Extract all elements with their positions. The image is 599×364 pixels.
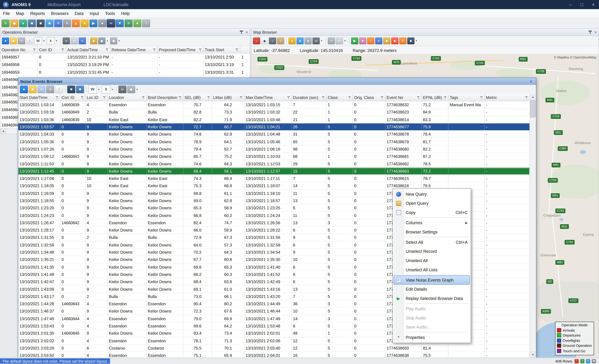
edit-export-icon[interactable]: / xyxy=(26,37,33,44)
context-menu-item-edit-details[interactable]: Edit Details xyxy=(394,284,470,294)
measure-icon[interactable]: / xyxy=(277,37,284,44)
chart-icon[interactable]: ≡ xyxy=(375,37,382,44)
home-icon[interactable]: ⌂ xyxy=(253,37,260,44)
data-browser-icon[interactable]: ≡ xyxy=(1,19,10,27)
clipboard-icon[interactable]: ■ xyxy=(383,37,390,44)
filter-icon[interactable] xyxy=(380,96,384,99)
image-night-icon[interactable]: ■ xyxy=(37,19,45,27)
filter-icon[interactable] xyxy=(443,96,447,99)
column-header-event-no[interactable]: Event No xyxy=(385,94,422,101)
filter-icon[interactable] xyxy=(287,96,290,99)
map-find-icon[interactable]: ∞ xyxy=(312,37,320,44)
status-blue-icon[interactable]: ≡ xyxy=(586,359,590,363)
column-header-sel-db[interactable]: SEL (dB) xyxy=(183,94,212,101)
close-window-icon[interactable]: × xyxy=(528,79,534,83)
scroll-left-button[interactable]: ◀ xyxy=(0,128,6,133)
report-icon[interactable]: ≡ xyxy=(63,19,71,27)
print-preview-dropdown-icon[interactable]: ▼ xyxy=(344,40,346,42)
column-header-actual-date-time[interactable]: Actual Date/Time xyxy=(66,46,110,53)
filter-icon[interactable] xyxy=(55,96,59,99)
monitor-dropdown-icon[interactable]: ▼ xyxy=(415,40,417,42)
filter-icon[interactable] xyxy=(480,96,483,99)
filter-icon[interactable] xyxy=(81,96,84,99)
menu-help[interactable]: Help xyxy=(118,10,133,17)
excel-export-icon[interactable]: X xyxy=(102,85,111,94)
map-image-night-icon[interactable]: ■ xyxy=(67,86,75,93)
close-button[interactable]: × xyxy=(588,0,599,9)
table-row[interactable]: 13/10/2021 1:17:06010Keilor EastKeilor E… xyxy=(18,175,530,182)
word-export-dropdown-icon[interactable]: ▼ xyxy=(43,40,45,42)
open-query-icon[interactable]: ■ xyxy=(29,86,37,93)
minimize-button[interactable]: – xyxy=(565,0,576,9)
column-header-location[interactable]: Location xyxy=(108,94,147,101)
alert-icon[interactable]: * xyxy=(574,359,579,363)
context-menu-item-select-all[interactable]: Select AllCtrl+A xyxy=(394,238,470,247)
noise-events-title-bar[interactable]: Noise Events Browser × xyxy=(18,78,536,85)
word-export-icon[interactable]: W xyxy=(34,37,42,45)
filter-icon[interactable] xyxy=(207,96,211,99)
filter-icon[interactable] xyxy=(33,48,36,51)
map-print-icon[interactable]: ≡ xyxy=(328,37,335,44)
column-header-lmax-db[interactable]: LMax (dB) xyxy=(212,94,245,101)
new-query-icon[interactable]: ● xyxy=(20,86,28,93)
filter-icon[interactable] xyxy=(153,48,156,51)
context-menu-item-unselect-all[interactable]: Unselect All xyxy=(394,256,470,265)
help-icon[interactable]: ? xyxy=(142,19,150,27)
filter-icon[interactable] xyxy=(239,96,243,99)
status-lock-icon[interactable]: ■ xyxy=(592,359,596,363)
table-row[interactable]: 13/10/2021 1:03:18146608492BullaBulla82.… xyxy=(18,108,530,116)
filter-icon[interactable] xyxy=(61,48,64,51)
filter-icon[interactable] xyxy=(103,96,106,99)
column-header-duration-sec[interactable]: Duration (sec) xyxy=(292,94,326,101)
edit-export-icon[interactable]: / xyxy=(55,86,63,93)
context-menu-item-copy[interactable]: CopyCtrl+C xyxy=(394,208,470,217)
column-header-metric[interactable]: Metric xyxy=(485,94,530,101)
map-find-dropdown-icon[interactable]: ▼ xyxy=(321,40,323,42)
column-header-corr-id[interactable]: Corr ID xyxy=(38,46,66,53)
snapshot-icon[interactable]: ● xyxy=(98,19,106,27)
table-row[interactable]: 16946958013/10/2021 3:19:29 PM--13/10/20… xyxy=(0,61,250,69)
print-icon[interactable]: ≡ xyxy=(46,86,54,93)
scroll-thumb[interactable] xyxy=(530,100,536,117)
context-menu-item-browser-settings[interactable]: Browser Settings xyxy=(394,227,470,237)
monitor-icon[interactable]: ■ xyxy=(28,19,36,27)
column-header-loc-id[interactable]: Loc ID xyxy=(86,94,108,101)
imagery-globe-icon[interactable]: ● xyxy=(296,37,304,44)
excel-export-dropdown-icon[interactable]: ▼ xyxy=(111,88,113,91)
vertical-scrollbar[interactable]: ▲ ▼ xyxy=(529,94,536,358)
column-header-operation-no[interactable]: Operation No xyxy=(0,46,38,53)
table-row[interactable]: 13/10/2021 1:11:5309Keilor DownsKeilor D… xyxy=(18,160,530,168)
column-header-tags[interactable]: Tags xyxy=(449,94,485,101)
status-green-icon[interactable]: + xyxy=(580,359,584,363)
column-header-corr-id[interactable]: Corr ID xyxy=(60,94,86,101)
context-menu-item-replay-selected-browser-data[interactable]: ▶Replay Selected Browser Data xyxy=(394,294,470,303)
chart-orange-icon[interactable]: ▲ xyxy=(72,19,80,27)
menu-data[interactable]: Data xyxy=(72,10,87,17)
scroll-up-button[interactable]: ▲ xyxy=(530,94,536,100)
column-header-release-date-time[interactable]: Release Date/Time xyxy=(110,46,158,53)
excel-export-dropdown-icon[interactable]: ▼ xyxy=(55,40,58,42)
table-row[interactable]: 13/10/2021 2:03:5004EssendonEssendon75.1… xyxy=(18,352,530,358)
menu-reports[interactable]: Reports xyxy=(27,10,48,17)
find-icon[interactable]: ∞ xyxy=(63,37,70,44)
context-menu-item-unselect-record[interactable]: Unselect Record xyxy=(394,247,470,256)
table-row[interactable]: 13/10/2021 1:05:3609Keilor DownsKeilor D… xyxy=(18,138,530,145)
filter-icon[interactable] xyxy=(235,48,239,51)
lock-icon[interactable]: ■ xyxy=(90,37,97,44)
menu-tools[interactable]: Tools xyxy=(102,10,118,17)
table-row[interactable]: 16946959013/10/2021 3:31:45 PM--13/10/20… xyxy=(0,69,250,76)
open-query-icon[interactable]: ■ xyxy=(10,37,17,44)
table-row[interactable]: 13/10/2021 1:03:5709Keilor DownsKeilor D… xyxy=(18,123,530,131)
column-header-epnl-db[interactable]: EPNL (dB) xyxy=(422,94,449,101)
filter-icon[interactable] xyxy=(417,96,420,99)
column-header-class[interactable]: Class xyxy=(327,94,353,101)
filter-icon[interactable] xyxy=(525,96,528,99)
table-row[interactable]: 16946957013/10/2021 3:21:10 PM--13/10/20… xyxy=(0,53,250,61)
maximize-button[interactable]: □ xyxy=(576,0,588,9)
data-import-icon[interactable]: ≡ xyxy=(124,19,132,27)
replay-icon[interactable]: ▶ xyxy=(351,37,358,44)
draw-icon[interactable]: / xyxy=(367,37,374,44)
spreadsheet-icon[interactable]: ≡ xyxy=(54,19,62,27)
close-pane-icon[interactable]: × xyxy=(594,30,597,34)
menu-input[interactable]: Input xyxy=(87,10,102,17)
